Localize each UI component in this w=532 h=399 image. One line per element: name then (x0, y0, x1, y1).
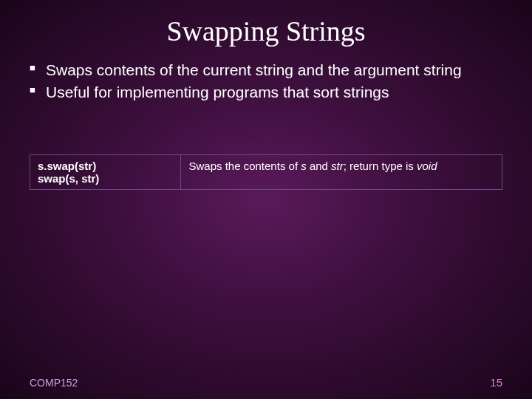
slide-title: Swapping Strings (0, 0, 532, 61)
desc-var-str: str (331, 160, 344, 172)
syntax-table: s.swap(str) swap(s, str) Swaps the conte… (30, 154, 502, 190)
desc-text: and (307, 160, 331, 172)
signature-2: swap(s, str) (38, 172, 173, 185)
slide-footer: COMP152 15 (0, 376, 532, 389)
bullet-item: Useful for implementing programs that so… (30, 83, 511, 102)
syntax-table-wrap: s.swap(str) swap(s, str) Swaps the conte… (0, 154, 532, 190)
course-code: COMP152 (30, 377, 78, 389)
desc-var-s: s (301, 160, 307, 172)
description-cell: Swaps the contents of s and str; return … (181, 154, 502, 189)
slide-body: Swaps contents of the current string and… (0, 61, 532, 103)
bullet-item: Swaps contents of the current string and… (30, 61, 511, 80)
signature-1: s.swap(str) (38, 160, 96, 172)
desc-text: Swaps the contents of (188, 160, 301, 172)
table-row: s.swap(str) swap(s, str) Swaps the conte… (30, 154, 502, 189)
slide-number: 15 (490, 376, 502, 389)
desc-void: void (417, 160, 437, 172)
bullet-list: Swaps contents of the current string and… (30, 61, 511, 103)
desc-text: ; return type is (344, 160, 417, 172)
syntax-cell: s.swap(str) swap(s, str) (30, 154, 181, 189)
